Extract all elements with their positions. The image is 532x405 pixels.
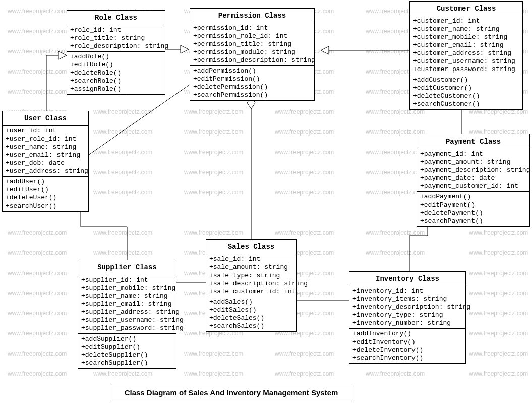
watermark-text: www.freeprojectz.com xyxy=(275,149,334,156)
attr-row: +user_address: string xyxy=(6,167,85,175)
attr-row: +customer_name: string xyxy=(413,25,519,33)
op-row: +searchSupplier() xyxy=(81,359,173,367)
op-row: +editCustomer() xyxy=(413,84,519,92)
class-user: User Class +user_id: int +user_role_id: … xyxy=(2,111,89,212)
class-customer-title: Customer Class xyxy=(410,2,522,16)
watermark-text: www.freeprojectz.com xyxy=(93,189,152,196)
watermark-text: www.freeprojectz.com xyxy=(8,310,67,317)
watermark-text: www.freeprojectz.com xyxy=(93,370,152,377)
attr-row: +supplier_mobile: string xyxy=(81,284,173,292)
op-row: +editPayment() xyxy=(420,201,526,209)
class-sales-title: Sales Class xyxy=(206,240,296,254)
watermark-text: www.freeprojectz.com xyxy=(275,370,334,377)
class-permission-attrs: +permission_id: int +permission_role_id:… xyxy=(190,23,314,66)
watermark-text: www.freeprojectz.com xyxy=(93,149,152,156)
attr-row: +permission_description: string xyxy=(193,56,311,64)
watermark-text: www.freeprojectz.com xyxy=(275,169,334,176)
op-row: +deletePermission() xyxy=(193,83,311,91)
attr-row: +supplier_address: string xyxy=(81,308,173,316)
watermark-text: www.freeprojectz.com xyxy=(93,108,152,115)
class-user-title: User Class xyxy=(3,111,88,126)
attr-row: +supplier_email: string xyxy=(81,300,173,308)
class-customer: Customer Class +customer_id: int +custom… xyxy=(409,1,523,110)
class-role-title: Role Class xyxy=(67,11,165,25)
op-row: +searchPayment() xyxy=(420,217,526,225)
svg-marker-2 xyxy=(58,51,67,59)
class-role: Role Class +role_id: int +role_title: st… xyxy=(67,10,165,95)
watermark-text: www.freeprojectz.com xyxy=(93,128,152,136)
watermark-text: www.freeprojectz.com xyxy=(184,149,243,156)
class-payment: Payment Class +payment_id: int +payment_… xyxy=(417,134,530,227)
watermark-text: www.freeprojectz.com xyxy=(8,269,67,277)
watermark-text: www.freeprojectz.com xyxy=(275,108,334,115)
attr-row: +user_dob: date xyxy=(6,159,85,167)
op-row: +searchRole() xyxy=(70,77,162,85)
watermark-text: www.freeprojectz.com xyxy=(469,330,528,337)
attr-row: +user_email: string xyxy=(6,151,85,159)
watermark-text: www.freeprojectz.com xyxy=(366,229,425,236)
attr-row: +sale_id: int xyxy=(209,255,293,263)
watermark-text: www.freeprojectz.com xyxy=(8,330,67,337)
attr-row: +payment_description: string xyxy=(420,166,526,174)
watermark-text: www.freeprojectz.com xyxy=(366,169,425,176)
svg-marker-6 xyxy=(321,46,329,54)
class-inventory-title: Inventory Class xyxy=(349,272,465,286)
watermark-text: www.freeprojectz.com xyxy=(469,269,528,277)
attr-row: +permission_id: int xyxy=(193,24,311,32)
attr-row: +inventory_id: int xyxy=(352,287,462,295)
op-row: +deleteInventory() xyxy=(352,346,462,354)
op-row: +searchCustomer() xyxy=(413,100,519,108)
class-supplier-title: Supplier Class xyxy=(78,260,176,275)
class-permission-title: Permission Class xyxy=(190,9,314,23)
watermark-text: www.freeprojectz.com xyxy=(366,249,425,256)
attr-row: +supplier_id: int xyxy=(81,276,173,284)
watermark-text: www.freeprojectz.com xyxy=(469,229,528,236)
attr-row: +sale_amount: string xyxy=(209,263,293,272)
op-row: +searchInventory() xyxy=(352,354,462,362)
attr-row: +customer_id: int xyxy=(413,17,519,25)
watermark-text: www.freeprojectz.com xyxy=(184,350,243,357)
watermark-text: www.freeprojectz.com xyxy=(184,169,243,176)
attr-row: +payment_customer_id: int xyxy=(420,182,526,190)
op-row: +editSupplier() xyxy=(81,343,173,351)
watermark-text: www.freeprojectz.com xyxy=(184,189,243,196)
op-row: +addPermission() xyxy=(193,67,311,75)
op-row: +deleteRole() xyxy=(70,69,162,77)
class-payment-attrs: +payment_id: int +payment_amount: string… xyxy=(417,149,529,192)
attr-row: +supplier_username: string xyxy=(81,316,173,324)
class-sales: Sales Class +sale_id: int +sale_amount: … xyxy=(206,239,297,332)
attr-row: +customer_password: string xyxy=(413,65,519,74)
class-inventory-ops: +addInventory() +editInventory() +delete… xyxy=(349,329,465,363)
class-customer-ops: +addCustomer() +editCustomer() +deleteCu… xyxy=(410,75,522,109)
watermark-text: www.freeprojectz.com xyxy=(469,310,528,317)
attr-row: +permission_module: string xyxy=(193,48,311,56)
class-permission-ops: +addPermission() +editPermission() +dele… xyxy=(190,66,314,100)
class-inventory-attrs: +inventory_id: int +inventory_items: str… xyxy=(349,286,465,329)
class-supplier: Supplier Class +supplier_id: int +suppli… xyxy=(78,260,176,369)
attr-row: +inventory_number: string xyxy=(352,319,462,327)
op-row: +addPayment() xyxy=(420,193,526,201)
attr-row: +sale_description: string xyxy=(209,280,293,288)
watermark-text: www.freeprojectz.com xyxy=(275,128,334,136)
attr-row: +inventory_description: string xyxy=(352,303,462,311)
attr-row: +inventory_items: string xyxy=(352,295,462,303)
op-row: +editRole() xyxy=(70,61,162,69)
watermark-text: www.freeprojectz.com xyxy=(8,28,67,35)
watermark-text: www.freeprojectz.com xyxy=(275,350,334,357)
svg-marker-4 xyxy=(181,45,189,53)
watermark-text: www.freeprojectz.com xyxy=(8,8,67,15)
watermark-text: www.freeprojectz.com xyxy=(469,370,528,377)
watermark-text: www.freeprojectz.com xyxy=(8,290,67,297)
class-sales-ops: +addSales() +editSales() +deleteSales() … xyxy=(206,297,296,331)
class-user-attrs: +user_id: int +user_role_id: int +user_n… xyxy=(3,126,88,177)
op-row: +editUser() xyxy=(6,186,85,194)
watermark-text: www.freeprojectz.com xyxy=(184,370,243,377)
op-row: +addRole() xyxy=(70,53,162,61)
watermark-text: www.freeprojectz.com xyxy=(469,350,528,357)
watermark-text: www.freeprojectz.com xyxy=(184,128,243,136)
watermark-text: www.freeprojectz.com xyxy=(8,229,67,236)
attr-row: +user_name: string xyxy=(6,143,85,151)
op-row: +deleteUser() xyxy=(6,194,85,202)
attr-row: +role_description: string xyxy=(70,42,162,50)
op-row: +deletePayment() xyxy=(420,209,526,217)
